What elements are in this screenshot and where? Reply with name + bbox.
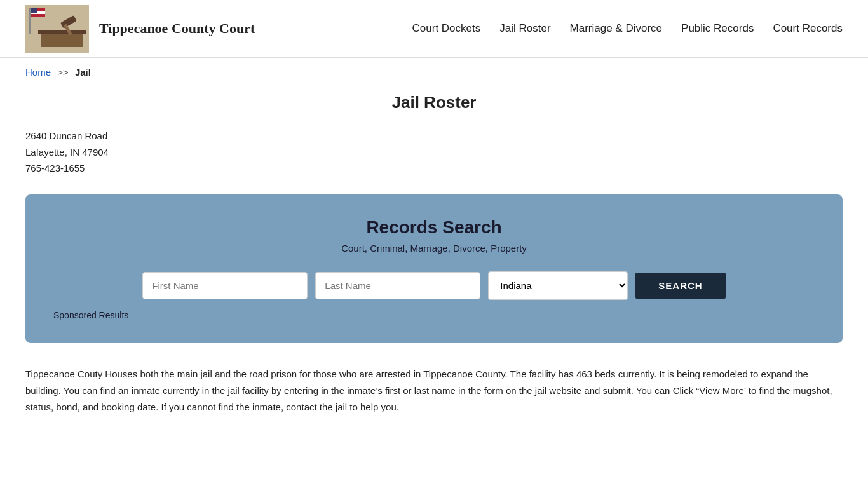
address-phone: 765-423-1655 [25,160,843,177]
description-text: Tippecanoe Couty Houses both the main ja… [25,366,843,416]
svg-rect-5 [31,14,45,17]
nav-court-records[interactable]: Court Records [773,22,843,35]
svg-rect-8 [41,34,83,47]
address-block: 2640 Duncan Road Lafayette, IN 47904 765… [25,128,843,177]
main-content: Jail Roster 2640 Duncan Road Lafayette, … [0,86,868,441]
search-subtitle: Court, Criminal, Marriage, Divorce, Prop… [51,243,817,254]
search-fields: AlabamaAlaskaArizonaArkansasCaliforniaCo… [51,271,817,300]
svg-rect-6 [31,8,37,13]
header-left: Tippecanoe County Court [25,5,255,53]
address-line2: Lafayette, IN 47904 [25,144,843,161]
site-header: Tippecanoe County Court Court Dockets Ja… [0,0,868,58]
nav-jail-roster[interactable]: Jail Roster [499,22,550,35]
breadcrumb-current: Jail [75,67,91,78]
search-button[interactable]: SEARCH [635,273,725,299]
page-title: Jail Roster [25,93,843,112]
svg-rect-7 [38,30,86,34]
nav-public-records[interactable]: Public Records [681,22,754,35]
search-title: Records Search [51,217,817,238]
sponsored-results-label: Sponsored Results [51,310,817,320]
main-nav: Court Dockets Jail Roster Marriage & Div… [412,22,843,35]
last-name-input[interactable] [315,272,480,299]
address-line1: 2640 Duncan Road [25,128,843,144]
nav-marriage-divorce[interactable]: Marriage & Divorce [570,22,663,35]
breadcrumb: Home >> Jail [0,58,868,86]
site-title: Tippecanoe County Court [99,20,255,37]
search-section: Records Search Court, Criminal, Marriage… [25,194,843,343]
state-select[interactable]: AlabamaAlaskaArizonaArkansasCaliforniaCo… [488,271,628,300]
site-logo [25,5,89,53]
breadcrumb-home[interactable]: Home [25,67,51,78]
svg-rect-1 [29,8,31,34]
first-name-input[interactable] [142,272,308,299]
breadcrumb-separator: >> [57,67,69,78]
nav-court-dockets[interactable]: Court Dockets [412,22,481,35]
